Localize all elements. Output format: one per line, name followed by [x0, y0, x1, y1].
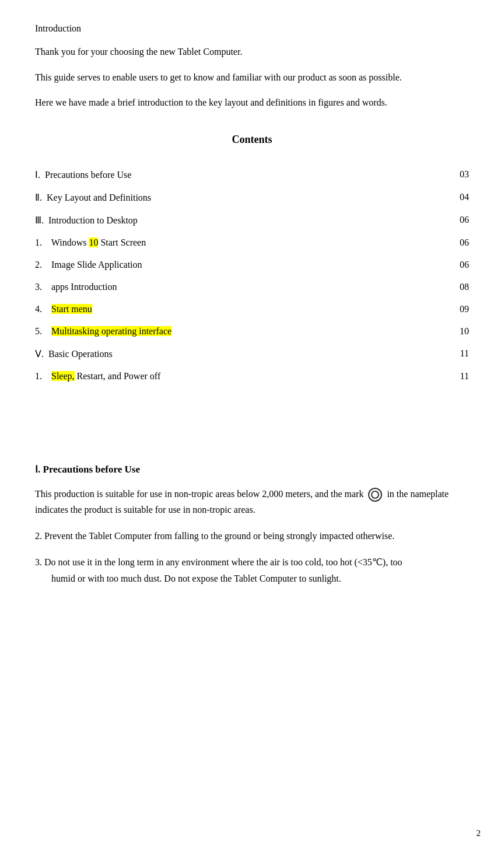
intro-para-3: Here we have made a brief introduction t… [35, 95, 469, 110]
toc-label-8: 5. Multitasking operating interface [35, 320, 382, 342]
toc-page-5: 06 [382, 254, 469, 276]
intro-para-2: This guide serves to enable users to get… [35, 70, 469, 85]
precautions-para-2: 2. Prevent the Tablet Computer from fall… [35, 528, 469, 544]
toc-row-1: Ⅰ. Precautions before Use 03 [35, 163, 469, 186]
toc-row-4: 1. Windows 10 Start Screen 06 [35, 232, 469, 254]
toc-row-7: 4. Start menu 09 [35, 298, 469, 320]
toc-text-9: Basic Operations [48, 349, 113, 359]
toc-page-10: 11 [382, 365, 469, 387]
toc-row-8: 5. Multitasking operating interface 10 [35, 320, 469, 342]
toc-numeral-5: 2. [35, 260, 42, 270]
toc-numeral-3: Ⅲ. [35, 215, 44, 225]
toc-label-2: Ⅱ. Key Layout and Definitions [35, 186, 382, 209]
precautions-para-3: 3. Do not use it in the long term in any… [35, 554, 469, 586]
toc-label-7: 4. Start menu [35, 298, 382, 320]
toc-label-9: Ⅴ. Basic Operations [35, 342, 382, 365]
toc-label-5: 2. Image Slide Application [35, 254, 382, 276]
toc-text-2: Key Layout and Definitions [47, 193, 151, 202]
toc-label-3: Ⅲ. Introduction to Desktop [35, 209, 382, 232]
page-number: 2 [477, 828, 481, 838]
precautions-para-1: This production is suitable for use in n… [35, 486, 469, 518]
toc-text-7: Start menu [51, 304, 92, 314]
introduction-title: Introduction [35, 23, 469, 34]
toc-text-8: Multitasking operating interface [51, 326, 172, 336]
toc-row-10: 1. Sleep, Restart, and Power off 11 [35, 365, 469, 387]
non-tropic-icon [368, 488, 382, 502]
toc-numeral-2: Ⅱ. [35, 193, 42, 202]
toc-numeral-8: 5. [35, 326, 42, 336]
toc-page-6: 08 [382, 276, 469, 298]
spacer-1 [35, 393, 469, 440]
toc-page-4: 06 [382, 232, 469, 254]
toc-text-4: Windows 10 Start Screen [51, 237, 146, 247]
toc-numeral-7: 4. [35, 304, 42, 314]
toc-label-10: 1. Sleep, Restart, and Power off [35, 365, 382, 387]
toc-row-2: Ⅱ. Key Layout and Definitions 04 [35, 186, 469, 209]
toc-text-1: Precautions before Use [45, 170, 131, 180]
toc-row-3: Ⅲ. Introduction to Desktop 06 [35, 209, 469, 232]
toc-numeral-10: 1. [35, 371, 42, 381]
toc-page-9: 11 [382, 342, 469, 365]
sleep-highlight: Sleep, [51, 371, 75, 381]
toc-numeral-6: 3. [35, 282, 42, 292]
toc-numeral-9: Ⅴ. [35, 349, 44, 359]
toc-numeral-4: 1. [35, 237, 42, 247]
toc-page-3: 06 [382, 209, 469, 232]
toc-table: Ⅰ. Precautions before Use 03 Ⅱ. Key Layo… [35, 163, 469, 387]
windows-10-highlight: 10 [89, 237, 98, 247]
toc-page-7: 09 [382, 298, 469, 320]
intro-para-1: Thank you for your choosing the new Tabl… [35, 44, 469, 60]
toc-text-6: apps Introduction [51, 282, 117, 292]
document-page: Introduction Thank you for your choosing… [0, 0, 504, 850]
contents-section: Contents Ⅰ. Precautions before Use 03 Ⅱ.… [35, 134, 469, 387]
toc-row-5: 2. Image Slide Application 06 [35, 254, 469, 276]
toc-page-8: 10 [382, 320, 469, 342]
toc-row-9: Ⅴ. Basic Operations 11 [35, 342, 469, 365]
toc-label-6: 3. apps Introduction [35, 276, 382, 298]
precautions-heading: Ⅰ. Precautions before Use [35, 463, 469, 475]
toc-label-4: 1. Windows 10 Start Screen [35, 232, 382, 254]
toc-label-1: Ⅰ. Precautions before Use [35, 163, 382, 186]
contents-heading: Contents [35, 134, 469, 146]
toc-row-6: 3. apps Introduction 08 [35, 276, 469, 298]
toc-page-1: 03 [382, 163, 469, 186]
toc-numeral-1: Ⅰ. [35, 170, 40, 180]
toc-text-5: Image Slide Application [51, 260, 142, 270]
toc-page-2: 04 [382, 186, 469, 209]
toc-text-10: Restart, and Power off [77, 371, 161, 381]
toc-text-3: Introduction to Desktop [48, 215, 138, 225]
